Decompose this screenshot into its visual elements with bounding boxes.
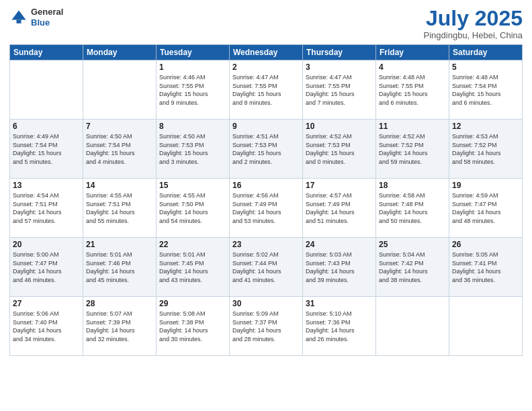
calendar-cell: 31Sunrise: 5:10 AM Sunset: 7:36 PM Dayli… bbox=[303, 297, 376, 356]
title-block: July 2025 Pingdingbu, Hebei, China bbox=[424, 7, 523, 40]
location-subtitle: Pingdingbu, Hebei, China bbox=[424, 30, 523, 40]
day-detail: Sunrise: 4:50 AM Sunset: 7:53 PM Dayligh… bbox=[159, 132, 226, 166]
day-detail: Sunrise: 4:58 AM Sunset: 7:48 PM Dayligh… bbox=[379, 191, 446, 225]
day-number: 24 bbox=[306, 240, 373, 249]
day-detail: Sunrise: 4:48 AM Sunset: 7:54 PM Dayligh… bbox=[452, 73, 519, 107]
day-detail: Sunrise: 4:57 AM Sunset: 7:49 PM Dayligh… bbox=[306, 191, 373, 225]
logo-text: General Blue bbox=[31, 7, 63, 28]
calendar-cell bbox=[83, 60, 157, 120]
day-detail: Sunrise: 4:56 AM Sunset: 7:49 PM Dayligh… bbox=[232, 191, 300, 225]
calendar-cell: 30Sunrise: 5:09 AM Sunset: 7:37 PM Dayli… bbox=[230, 297, 303, 356]
day-number: 10 bbox=[306, 122, 373, 131]
calendar-cell: 20Sunrise: 5:00 AM Sunset: 7:47 PM Dayli… bbox=[10, 238, 83, 297]
day-detail: Sunrise: 4:47 AM Sunset: 7:55 PM Dayligh… bbox=[232, 73, 300, 107]
calendar-cell bbox=[10, 60, 83, 120]
calendar-cell: 13Sunrise: 4:54 AM Sunset: 7:51 PM Dayli… bbox=[10, 179, 83, 238]
day-number: 23 bbox=[232, 240, 300, 249]
logo-icon bbox=[9, 8, 28, 27]
day-header-thursday: Thursday bbox=[303, 45, 376, 60]
calendar-cell: 24Sunrise: 5:03 AM Sunset: 7:43 PM Dayli… bbox=[303, 238, 376, 297]
calendar-cell: 23Sunrise: 5:02 AM Sunset: 7:44 PM Dayli… bbox=[230, 238, 303, 297]
day-header-monday: Monday bbox=[83, 45, 157, 60]
day-number: 18 bbox=[379, 181, 446, 190]
calendar-cell bbox=[376, 297, 449, 356]
logo: General Blue bbox=[9, 7, 63, 28]
calendar-cell: 11Sunrise: 4:52 AM Sunset: 7:52 PM Dayli… bbox=[376, 120, 449, 179]
calendar-cell: 19Sunrise: 4:59 AM Sunset: 7:47 PM Dayli… bbox=[449, 179, 523, 238]
calendar-week-1: 1Sunrise: 4:46 AM Sunset: 7:55 PM Daylig… bbox=[10, 60, 523, 120]
day-number: 6 bbox=[13, 122, 80, 131]
day-number: 22 bbox=[159, 240, 226, 249]
calendar-cell: 10Sunrise: 4:52 AM Sunset: 7:53 PM Dayli… bbox=[303, 120, 376, 179]
calendar-cell: 15Sunrise: 4:55 AM Sunset: 7:50 PM Dayli… bbox=[157, 179, 230, 238]
svg-rect-1 bbox=[17, 19, 21, 23]
day-detail: Sunrise: 4:53 AM Sunset: 7:52 PM Dayligh… bbox=[452, 132, 519, 166]
day-number: 17 bbox=[306, 181, 373, 190]
day-number: 9 bbox=[232, 122, 300, 131]
calendar-cell: 16Sunrise: 4:56 AM Sunset: 7:49 PM Dayli… bbox=[230, 179, 303, 238]
day-detail: Sunrise: 4:50 AM Sunset: 7:54 PM Dayligh… bbox=[86, 132, 153, 166]
day-number: 12 bbox=[452, 122, 519, 131]
calendar-cell: 18Sunrise: 4:58 AM Sunset: 7:48 PM Dayli… bbox=[376, 179, 449, 238]
day-number: 14 bbox=[86, 181, 153, 190]
day-number: 25 bbox=[379, 240, 446, 249]
day-number: 28 bbox=[86, 299, 153, 308]
calendar-cell: 27Sunrise: 5:06 AM Sunset: 7:40 PM Dayli… bbox=[10, 297, 83, 356]
day-detail: Sunrise: 5:09 AM Sunset: 7:37 PM Dayligh… bbox=[232, 310, 300, 343]
day-detail: Sunrise: 5:01 AM Sunset: 7:46 PM Dayligh… bbox=[86, 250, 153, 284]
calendar-cell: 2Sunrise: 4:47 AM Sunset: 7:55 PM Daylig… bbox=[230, 60, 303, 120]
day-header-sunday: Sunday bbox=[10, 45, 83, 60]
day-number: 30 bbox=[232, 299, 300, 308]
day-detail: Sunrise: 4:52 AM Sunset: 7:52 PM Dayligh… bbox=[379, 132, 446, 166]
day-number: 29 bbox=[159, 299, 226, 308]
calendar-cell: 22Sunrise: 5:01 AM Sunset: 7:45 PM Dayli… bbox=[157, 238, 230, 297]
calendar-cell: 5Sunrise: 4:48 AM Sunset: 7:54 PM Daylig… bbox=[449, 60, 523, 120]
day-detail: Sunrise: 5:06 AM Sunset: 7:40 PM Dayligh… bbox=[13, 310, 80, 343]
day-number: 27 bbox=[13, 299, 80, 308]
day-detail: Sunrise: 4:47 AM Sunset: 7:55 PM Dayligh… bbox=[306, 73, 373, 107]
day-number: 3 bbox=[306, 62, 373, 72]
day-number: 7 bbox=[86, 122, 153, 131]
month-title: July 2025 bbox=[424, 7, 523, 30]
day-detail: Sunrise: 4:55 AM Sunset: 7:51 PM Dayligh… bbox=[86, 191, 153, 225]
day-header-tuesday: Tuesday bbox=[157, 45, 230, 60]
day-header-saturday: Saturday bbox=[449, 45, 523, 60]
day-detail: Sunrise: 5:04 AM Sunset: 7:42 PM Dayligh… bbox=[379, 250, 446, 284]
day-detail: Sunrise: 5:02 AM Sunset: 7:44 PM Dayligh… bbox=[232, 250, 300, 284]
day-number: 20 bbox=[13, 240, 80, 249]
calendar-cell: 26Sunrise: 5:05 AM Sunset: 7:41 PM Dayli… bbox=[449, 238, 523, 297]
day-number: 19 bbox=[452, 181, 519, 190]
calendar-week-4: 20Sunrise: 5:00 AM Sunset: 7:47 PM Dayli… bbox=[10, 238, 523, 297]
logo-blue: Blue bbox=[31, 17, 63, 28]
day-detail: Sunrise: 5:07 AM Sunset: 7:39 PM Dayligh… bbox=[86, 310, 153, 343]
calendar-week-3: 13Sunrise: 4:54 AM Sunset: 7:51 PM Dayli… bbox=[10, 179, 523, 238]
day-detail: Sunrise: 5:05 AM Sunset: 7:41 PM Dayligh… bbox=[452, 250, 519, 284]
day-detail: Sunrise: 5:08 AM Sunset: 7:38 PM Dayligh… bbox=[159, 310, 226, 343]
calendar-container: General Blue July 2025 Pingdingbu, Hebei… bbox=[0, 0, 532, 411]
calendar-cell: 12Sunrise: 4:53 AM Sunset: 7:52 PM Dayli… bbox=[449, 120, 523, 179]
calendar-cell: 7Sunrise: 4:50 AM Sunset: 7:54 PM Daylig… bbox=[83, 120, 157, 179]
day-number: 8 bbox=[159, 122, 226, 131]
day-number: 21 bbox=[86, 240, 153, 249]
calendar-week-5: 27Sunrise: 5:06 AM Sunset: 7:40 PM Dayli… bbox=[10, 297, 523, 356]
day-number: 15 bbox=[159, 181, 226, 190]
calendar-cell: 8Sunrise: 4:50 AM Sunset: 7:53 PM Daylig… bbox=[157, 120, 230, 179]
day-detail: Sunrise: 5:10 AM Sunset: 7:36 PM Dayligh… bbox=[306, 310, 373, 343]
day-detail: Sunrise: 5:03 AM Sunset: 7:43 PM Dayligh… bbox=[306, 250, 373, 284]
calendar-cell: 14Sunrise: 4:55 AM Sunset: 7:51 PM Dayli… bbox=[83, 179, 157, 238]
day-detail: Sunrise: 4:48 AM Sunset: 7:55 PM Dayligh… bbox=[379, 73, 446, 107]
day-number: 1 bbox=[159, 62, 226, 72]
day-number: 13 bbox=[13, 181, 80, 190]
calendar-cell bbox=[449, 297, 523, 356]
day-detail: Sunrise: 4:51 AM Sunset: 7:53 PM Dayligh… bbox=[232, 132, 300, 166]
day-detail: Sunrise: 4:54 AM Sunset: 7:51 PM Dayligh… bbox=[13, 191, 80, 225]
calendar-cell: 3Sunrise: 4:47 AM Sunset: 7:55 PM Daylig… bbox=[303, 60, 376, 120]
calendar-cell: 28Sunrise: 5:07 AM Sunset: 7:39 PM Dayli… bbox=[83, 297, 157, 356]
calendar-cell: 6Sunrise: 4:49 AM Sunset: 7:54 PM Daylig… bbox=[10, 120, 83, 179]
day-number: 16 bbox=[232, 181, 300, 190]
calendar-header-row: SundayMondayTuesdayWednesdayThursdayFrid… bbox=[10, 45, 523, 60]
day-number: 2 bbox=[232, 62, 300, 72]
day-detail: Sunrise: 4:55 AM Sunset: 7:50 PM Dayligh… bbox=[159, 191, 226, 225]
header: General Blue July 2025 Pingdingbu, Hebei… bbox=[9, 7, 523, 40]
calendar-cell: 25Sunrise: 5:04 AM Sunset: 7:42 PM Dayli… bbox=[376, 238, 449, 297]
